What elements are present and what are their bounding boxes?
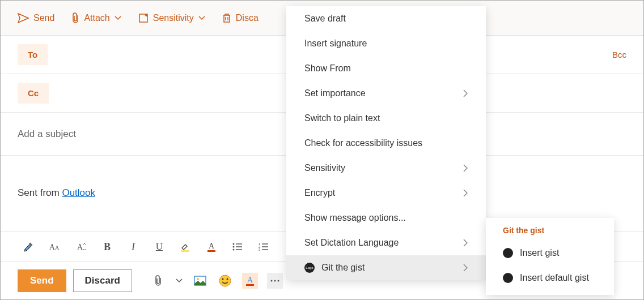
trash-icon	[222, 13, 231, 23]
paperclip-icon	[154, 275, 162, 286]
menu-item-insert-signature[interactable]: Insert signature	[286, 31, 486, 56]
chevron-right-icon	[463, 239, 468, 247]
font-color-icon: A	[206, 241, 217, 252]
underline-button[interactable]: U	[154, 241, 165, 252]
submenu-item-insert-default-gist[interactable]: Insert default gist	[486, 265, 614, 290]
addin-logo-icon	[503, 273, 513, 283]
submenu-item-insert-gist[interactable]: Insert gist	[486, 241, 614, 265]
svg-text:A: A	[49, 243, 55, 251]
attach-dropdown-button[interactable]	[175, 273, 183, 289]
more-options-menu: Save draftInsert signatureShow FromSet i…	[286, 6, 486, 280]
svg-point-10	[233, 246, 235, 248]
chevron-down-icon	[115, 16, 121, 20]
sensitivity-button[interactable]: Sensitivity	[138, 13, 205, 23]
bold-button[interactable]: B	[101, 241, 113, 252]
svg-rect-27	[246, 284, 254, 286]
number-list-button[interactable]: 123	[258, 241, 269, 252]
menu-item-encrypt[interactable]: Encrypt	[286, 181, 486, 205]
menu-item-label: Set importance	[304, 88, 366, 98]
format-painter-button[interactable]	[23, 241, 35, 252]
chevron-right-icon	[463, 89, 468, 97]
svg-point-28	[270, 280, 272, 282]
svg-point-24	[222, 278, 223, 280]
italic-button[interactable]: I	[128, 241, 139, 252]
bcc-toggle[interactable]: Bcc	[612, 50, 626, 59]
chevron-right-icon	[463, 164, 468, 172]
bottom-icon-group: A	[150, 273, 283, 289]
send-icon	[18, 13, 29, 23]
attach-button[interactable]: Attach	[71, 12, 121, 24]
menu-item-label: Switch to plain text	[304, 113, 380, 123]
ellipsis-icon	[270, 279, 280, 282]
svg-point-29	[274, 280, 276, 282]
menu-item-save-draft[interactable]: Save draft	[286, 6, 486, 31]
menu-item-git-the-gist[interactable]: LogoGit the gist	[286, 255, 486, 280]
insert-image-button[interactable]	[192, 273, 208, 289]
outlook-link[interactable]: Outlook	[62, 187, 95, 198]
attach-label: Attach	[84, 13, 109, 23]
paint-roller-icon	[23, 241, 35, 252]
svg-point-30	[277, 280, 279, 282]
menu-item-sensitivity[interactable]: Sensitivity	[286, 156, 486, 181]
sensitivity-icon	[138, 13, 149, 23]
menu-item-label: Encrypt	[304, 188, 335, 198]
menu-item-show-from[interactable]: Show From	[286, 56, 486, 81]
bold-icon: B	[104, 241, 111, 253]
discard-button[interactable]: Discard	[73, 269, 132, 292]
svg-rect-8	[207, 250, 215, 252]
font-button[interactable]: AA	[49, 241, 61, 252]
send-button-top[interactable]: Send	[18, 13, 54, 23]
addin-logo-icon: Logo	[304, 263, 315, 273]
svg-text:A: A	[55, 245, 60, 251]
menu-item-label: Set Dictation Language	[304, 238, 399, 248]
menu-item-label: Sensitivity	[304, 163, 345, 173]
attach-button-bottom[interactable]	[150, 273, 166, 289]
font-size-icon: A	[76, 242, 86, 252]
emoji-icon	[219, 275, 231, 287]
signature-text: Sent from	[18, 187, 62, 198]
cc-button[interactable]: Cc	[18, 83, 49, 104]
font-color-icon: A	[245, 275, 255, 286]
submenu-title: Git the gist	[486, 218, 614, 241]
bullet-list-button[interactable]	[232, 241, 243, 252]
highlight-button[interactable]	[180, 241, 191, 252]
chevron-down-icon	[198, 16, 205, 20]
menu-item-switch-to-plain-text[interactable]: Switch to plain text	[286, 106, 486, 131]
sensitivity-label: Sensitivity	[153, 13, 194, 23]
underline-icon: U	[156, 241, 163, 252]
menu-item-label: Check for accessibility issues	[304, 138, 422, 148]
send-label: Send	[33, 13, 54, 23]
menu-item-label: Git the gist	[321, 263, 365, 273]
toggle-format-button[interactable]: A	[242, 273, 258, 289]
send-button[interactable]: Send	[18, 269, 66, 292]
paperclip-icon	[71, 12, 79, 24]
menu-item-label: Show message options...	[304, 213, 406, 223]
git-the-gist-submenu: Git the gist Insert gistInsert default g…	[486, 218, 614, 295]
subject-placeholder: Add a subject	[18, 128, 76, 140]
svg-point-11	[233, 249, 235, 251]
font-size-button[interactable]: A	[75, 241, 87, 252]
discard-button-top[interactable]: Disca	[222, 13, 259, 23]
menu-item-label: Insert signature	[304, 38, 367, 49]
menu-item-set-importance[interactable]: Set importance	[286, 81, 486, 106]
menu-item-label: Show From	[304, 63, 351, 74]
svg-text:A: A	[77, 243, 83, 251]
svg-rect-6	[181, 250, 189, 252]
chevron-down-icon	[176, 278, 183, 283]
menu-item-show-message-options-[interactable]: Show message options...	[286, 205, 486, 230]
svg-text:A: A	[247, 276, 253, 284]
addin-logo-icon	[503, 248, 513, 258]
chevron-right-icon	[463, 189, 468, 197]
more-options-button[interactable]	[267, 273, 283, 289]
menu-item-label: Save draft	[304, 14, 346, 24]
menu-item-set-dictation-language[interactable]: Set Dictation Language	[286, 230, 486, 255]
svg-point-22	[197, 278, 199, 280]
emoji-button[interactable]	[217, 273, 233, 289]
svg-text:A: A	[209, 242, 215, 250]
picture-icon	[194, 276, 206, 286]
font-color-button[interactable]: A	[206, 241, 217, 252]
svg-text:3: 3	[259, 248, 261, 251]
menu-item-check-for-accessibility-issues[interactable]: Check for accessibility issues	[286, 131, 486, 156]
to-button[interactable]: To	[18, 44, 48, 65]
italic-icon: I	[132, 241, 135, 253]
